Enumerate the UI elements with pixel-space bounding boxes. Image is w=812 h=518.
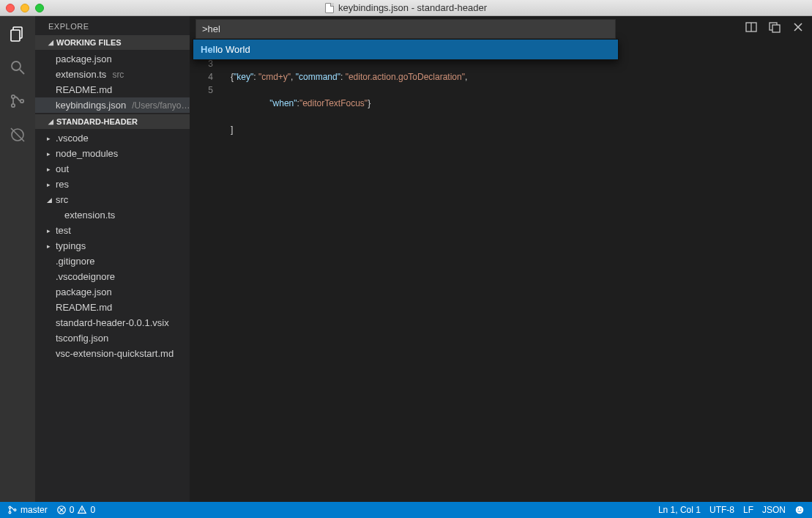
chevron-down-icon: ◢ xyxy=(48,39,53,46)
code-content[interactable]: {"key": "cmd+y", "command": "editor.acti… xyxy=(231,57,467,163)
tree-folder[interactable]: ▸test xyxy=(35,223,190,238)
chevron-right-icon: ▸ xyxy=(47,181,53,188)
svg-point-16 xyxy=(9,511,11,514)
svg-point-4 xyxy=(12,95,15,98)
activity-bar xyxy=(0,16,35,502)
maximize-window-button[interactable] xyxy=(35,4,44,12)
project-header[interactable]: ◢ STANDARD-HEADER xyxy=(35,114,190,129)
working-files-header[interactable]: ◢ WORKING FILES xyxy=(35,35,190,50)
tree-folder[interactable]: ▸typings xyxy=(35,238,190,254)
split-editor-icon[interactable] xyxy=(745,21,758,34)
svg-point-5 xyxy=(12,104,15,107)
window-titlebar: keybindings.json - standard-header xyxy=(0,0,812,16)
svg-point-15 xyxy=(9,506,11,508)
minimize-window-button[interactable] xyxy=(21,4,29,12)
svg-point-22 xyxy=(796,506,804,514)
chevron-right-icon: ▸ xyxy=(47,243,53,250)
working-files-list: package.json extension.ts src README.md … xyxy=(35,50,190,114)
tree-file[interactable]: package.json xyxy=(35,284,190,300)
working-file[interactable]: README.md xyxy=(35,82,190,97)
line-gutter: 3 4 5 xyxy=(190,57,226,97)
tree-file[interactable]: README.md xyxy=(35,300,190,315)
problems-status[interactable]: 0 0 xyxy=(56,505,95,515)
cursor-position-status[interactable]: Ln 1, Col 1 xyxy=(658,505,701,515)
project-tree: ▸.vscode ▸node_modules ▸out ▸res ◢src ex… xyxy=(35,129,190,363)
editor-actions xyxy=(745,21,805,34)
window-title-text: keybindings.json - standard-header xyxy=(338,2,487,13)
close-window-button[interactable] xyxy=(6,4,15,12)
editor-area[interactable]: Hello World 3 4 5 {"key": "cmd+y", "comm… xyxy=(190,16,812,502)
tree-file[interactable]: .vscodeignore xyxy=(35,269,190,284)
svg-point-2 xyxy=(12,62,21,70)
close-editor-icon[interactable] xyxy=(791,21,805,34)
chevron-right-icon: ▸ xyxy=(47,166,53,173)
chevron-right-icon: ▸ xyxy=(47,150,53,158)
tree-file[interactable]: vsc-extension-quickstart.md xyxy=(35,346,190,361)
tree-file[interactable]: tsconfig.json xyxy=(35,330,190,346)
window-controls xyxy=(0,4,44,12)
debug-icon[interactable] xyxy=(7,125,28,145)
tree-folder[interactable]: ▸out xyxy=(35,161,190,177)
chevron-right-icon: ▸ xyxy=(47,135,53,142)
tree-folder[interactable]: ▸node_modules xyxy=(35,146,190,161)
tree-folder[interactable]: ◢src xyxy=(35,192,190,207)
eol-status[interactable]: LF xyxy=(743,505,753,515)
chevron-down-icon: ◢ xyxy=(47,196,53,204)
language-mode-status[interactable]: JSON xyxy=(762,505,786,515)
command-palette: Hello World xyxy=(190,19,622,60)
svg-line-3 xyxy=(20,70,24,74)
command-palette-input[interactable] xyxy=(195,19,616,39)
git-branch-status[interactable]: master xyxy=(7,505,48,515)
svg-point-24 xyxy=(800,508,802,510)
window-title: keybindings.json - standard-header xyxy=(0,2,812,13)
svg-rect-12 xyxy=(772,25,780,32)
working-file[interactable]: keybindings.json /Users/fanyo… xyxy=(35,97,190,113)
command-palette-item[interactable]: Hello World xyxy=(193,40,618,59)
open-changes-icon[interactable] xyxy=(768,21,781,34)
tree-file[interactable]: extension.ts xyxy=(35,207,190,223)
tree-file[interactable]: standard-header-0.0.1.vsix xyxy=(35,315,190,330)
svg-line-8 xyxy=(11,128,24,141)
encoding-status[interactable]: UTF-8 xyxy=(709,505,734,515)
sidebar-title: EXPLORE xyxy=(35,16,190,35)
svg-point-6 xyxy=(21,100,23,103)
svg-point-23 xyxy=(797,508,799,510)
working-file[interactable]: package.json xyxy=(35,51,190,67)
tree-folder[interactable]: ▸res xyxy=(35,177,190,192)
command-palette-list: Hello World xyxy=(193,39,619,60)
source-control-icon[interactable] xyxy=(7,91,28,111)
feedback-icon[interactable] xyxy=(794,505,805,515)
tree-file[interactable]: .gitignore xyxy=(35,254,190,269)
chevron-right-icon: ▸ xyxy=(47,227,53,234)
status-bar: master 0 0 Ln 1, Col 1 UTF-8 LF JSON xyxy=(0,502,812,518)
svg-rect-1 xyxy=(11,30,20,41)
chevron-down-icon: ◢ xyxy=(48,118,53,125)
working-file[interactable]: extension.ts src xyxy=(35,67,190,82)
svg-point-17 xyxy=(14,509,16,511)
match-highlight: Hel xyxy=(201,44,215,55)
explorer-icon[interactable] xyxy=(7,23,28,44)
tree-folder[interactable]: ▸.vscode xyxy=(35,130,190,146)
explorer-sidebar: EXPLORE ◢ WORKING FILES package.json ext… xyxy=(35,16,190,502)
search-icon[interactable] xyxy=(7,57,28,78)
file-icon xyxy=(325,3,334,13)
